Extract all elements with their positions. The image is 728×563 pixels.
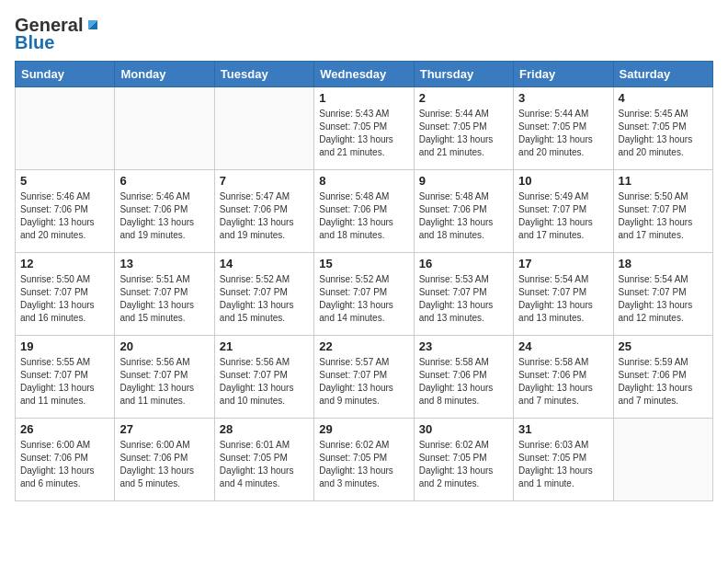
day-number: 22	[319, 339, 408, 353]
calendar-cell: 14Sunrise: 5:52 AMSunset: 7:07 PMDayligh…	[214, 253, 313, 336]
day-info: Sunrise: 5:44 AMSunset: 7:05 PMDaylight:…	[419, 108, 508, 159]
calendar-cell: 1Sunrise: 5:43 AMSunset: 7:05 PMDaylight…	[314, 87, 414, 170]
calendar-week-3: 12Sunrise: 5:50 AMSunset: 7:07 PMDayligh…	[16, 253, 713, 336]
calendar-cell: 22Sunrise: 5:57 AMSunset: 7:07 PMDayligh…	[314, 336, 414, 419]
calendar-cell: 28Sunrise: 6:01 AMSunset: 7:05 PMDayligh…	[214, 419, 313, 501]
day-number: 5	[20, 174, 109, 188]
day-info: Sunrise: 5:56 AMSunset: 7:07 PMDaylight:…	[220, 356, 309, 408]
day-number: 14	[220, 257, 309, 270]
day-number: 18	[619, 257, 708, 270]
day-number: 28	[220, 422, 309, 436]
calendar-cell: 4Sunrise: 5:45 AMSunset: 7:05 PMDaylight…	[613, 87, 712, 170]
day-info: Sunrise: 5:53 AMSunset: 7:07 PMDaylight:…	[419, 273, 508, 325]
calendar-cell	[214, 87, 313, 170]
calendar-cell: 29Sunrise: 6:02 AMSunset: 7:05 PMDayligh…	[314, 419, 414, 501]
day-info: Sunrise: 5:48 AMSunset: 7:06 PMDaylight:…	[419, 190, 508, 242]
day-info: Sunrise: 5:59 AMSunset: 7:06 PMDaylight:…	[619, 356, 708, 408]
day-number: 17	[518, 257, 608, 270]
calendar-header-sunday: Sunday	[16, 62, 115, 87]
day-info: Sunrise: 5:50 AMSunset: 7:07 PMDaylight:…	[619, 190, 708, 242]
calendar-cell: 17Sunrise: 5:54 AMSunset: 7:07 PMDayligh…	[514, 253, 613, 336]
day-info: Sunrise: 5:49 AMSunset: 7:07 PMDaylight:…	[518, 190, 608, 242]
day-number: 25	[619, 339, 708, 353]
calendar-cell: 19Sunrise: 5:55 AMSunset: 7:07 PMDayligh…	[16, 336, 115, 419]
calendar-header-row: SundayMondayTuesdayWednesdayThursdayFrid…	[16, 62, 713, 87]
calendar-cell: 25Sunrise: 5:59 AMSunset: 7:06 PMDayligh…	[613, 336, 712, 419]
day-number: 8	[319, 174, 408, 188]
calendar-header-wednesday: Wednesday	[314, 62, 414, 87]
calendar-week-4: 19Sunrise: 5:55 AMSunset: 7:07 PMDayligh…	[16, 336, 713, 419]
calendar-header-friday: Friday	[514, 62, 613, 87]
logo-icon	[85, 17, 101, 33]
day-number: 10	[518, 174, 608, 188]
day-number: 3	[518, 91, 608, 105]
day-number: 6	[119, 174, 209, 188]
day-number: 9	[419, 174, 508, 188]
calendar-cell: 27Sunrise: 6:00 AMSunset: 7:06 PMDayligh…	[115, 419, 214, 501]
day-number: 29	[319, 422, 408, 436]
day-number: 7	[220, 174, 309, 188]
calendar-header-thursday: Thursday	[414, 62, 513, 87]
calendar-cell: 5Sunrise: 5:46 AMSunset: 7:06 PMDaylight…	[16, 170, 115, 253]
calendar-cell: 13Sunrise: 5:51 AMSunset: 7:07 PMDayligh…	[115, 253, 214, 336]
day-number: 4	[619, 91, 708, 105]
day-number: 20	[119, 339, 209, 353]
calendar-cell: 31Sunrise: 6:03 AMSunset: 7:05 PMDayligh…	[514, 419, 613, 501]
day-info: Sunrise: 5:45 AMSunset: 7:05 PMDaylight:…	[619, 108, 708, 159]
calendar-week-2: 5Sunrise: 5:46 AMSunset: 7:06 PMDaylight…	[16, 170, 713, 253]
calendar-header-monday: Monday	[115, 62, 214, 87]
day-info: Sunrise: 5:46 AMSunset: 7:06 PMDaylight:…	[119, 190, 209, 242]
day-info: Sunrise: 5:55 AMSunset: 7:07 PMDaylight:…	[20, 356, 109, 408]
day-number: 16	[419, 257, 508, 270]
day-number: 15	[319, 257, 408, 270]
calendar-cell: 21Sunrise: 5:56 AMSunset: 7:07 PMDayligh…	[214, 336, 313, 419]
calendar-week-5: 26Sunrise: 6:00 AMSunset: 7:06 PMDayligh…	[16, 419, 713, 501]
calendar-body: 1Sunrise: 5:43 AMSunset: 7:05 PMDaylight…	[16, 87, 713, 501]
day-info: Sunrise: 5:44 AMSunset: 7:05 PMDaylight:…	[518, 108, 608, 159]
calendar-cell: 24Sunrise: 5:58 AMSunset: 7:06 PMDayligh…	[514, 336, 613, 419]
day-info: Sunrise: 5:54 AMSunset: 7:07 PMDaylight:…	[518, 273, 608, 325]
day-number: 12	[20, 257, 109, 270]
day-info: Sunrise: 6:02 AMSunset: 7:05 PMDaylight:…	[419, 439, 508, 490]
calendar-header-saturday: Saturday	[613, 62, 712, 87]
calendar-cell	[16, 87, 115, 170]
calendar-cell	[115, 87, 214, 170]
day-info: Sunrise: 5:56 AMSunset: 7:07 PMDaylight:…	[119, 356, 209, 408]
day-info: Sunrise: 6:00 AMSunset: 7:06 PMDaylight:…	[20, 439, 109, 490]
day-number: 24	[518, 339, 608, 353]
day-number: 19	[20, 339, 109, 353]
day-info: Sunrise: 5:52 AMSunset: 7:07 PMDaylight:…	[220, 273, 309, 325]
calendar-cell: 30Sunrise: 6:02 AMSunset: 7:05 PMDayligh…	[414, 419, 513, 501]
day-number: 31	[518, 422, 608, 436]
day-info: Sunrise: 5:48 AMSunset: 7:06 PMDaylight:…	[319, 190, 408, 242]
calendar-cell: 2Sunrise: 5:44 AMSunset: 7:05 PMDaylight…	[414, 87, 513, 170]
calendar-cell: 20Sunrise: 5:56 AMSunset: 7:07 PMDayligh…	[115, 336, 214, 419]
day-number: 23	[419, 339, 508, 353]
day-info: Sunrise: 5:46 AMSunset: 7:06 PMDaylight:…	[20, 190, 109, 242]
day-number: 1	[319, 91, 408, 105]
day-info: Sunrise: 5:54 AMSunset: 7:07 PMDaylight:…	[619, 273, 708, 325]
calendar-cell: 15Sunrise: 5:52 AMSunset: 7:07 PMDayligh…	[314, 253, 414, 336]
day-info: Sunrise: 5:51 AMSunset: 7:07 PMDaylight:…	[119, 273, 209, 325]
calendar-cell: 12Sunrise: 5:50 AMSunset: 7:07 PMDayligh…	[16, 253, 115, 336]
day-number: 11	[619, 174, 708, 188]
calendar-week-1: 1Sunrise: 5:43 AMSunset: 7:05 PMDaylight…	[16, 87, 713, 170]
calendar-cell	[613, 419, 712, 501]
calendar-cell: 7Sunrise: 5:47 AMSunset: 7:06 PMDaylight…	[214, 170, 313, 253]
day-number: 30	[419, 422, 508, 436]
day-info: Sunrise: 5:50 AMSunset: 7:07 PMDaylight:…	[20, 273, 109, 325]
day-info: Sunrise: 5:58 AMSunset: 7:06 PMDaylight:…	[518, 356, 608, 408]
calendar-cell: 11Sunrise: 5:50 AMSunset: 7:07 PMDayligh…	[613, 170, 712, 253]
calendar-cell: 10Sunrise: 5:49 AMSunset: 7:07 PMDayligh…	[514, 170, 613, 253]
day-info: Sunrise: 5:58 AMSunset: 7:06 PMDaylight:…	[419, 356, 508, 408]
calendar-cell: 16Sunrise: 5:53 AMSunset: 7:07 PMDayligh…	[414, 253, 513, 336]
calendar-table: SundayMondayTuesdayWednesdayThursdayFrid…	[15, 61, 713, 501]
day-info: Sunrise: 6:02 AMSunset: 7:05 PMDaylight:…	[319, 439, 408, 490]
calendar-cell: 8Sunrise: 5:48 AMSunset: 7:06 PMDaylight…	[314, 170, 414, 253]
day-info: Sunrise: 5:47 AMSunset: 7:06 PMDaylight:…	[220, 190, 309, 242]
day-info: Sunrise: 6:03 AMSunset: 7:05 PMDaylight:…	[518, 439, 608, 490]
day-number: 21	[220, 339, 309, 353]
calendar-cell: 9Sunrise: 5:48 AMSunset: 7:06 PMDaylight…	[414, 170, 513, 253]
day-number: 27	[119, 422, 209, 436]
calendar-cell: 6Sunrise: 5:46 AMSunset: 7:06 PMDaylight…	[115, 170, 214, 253]
